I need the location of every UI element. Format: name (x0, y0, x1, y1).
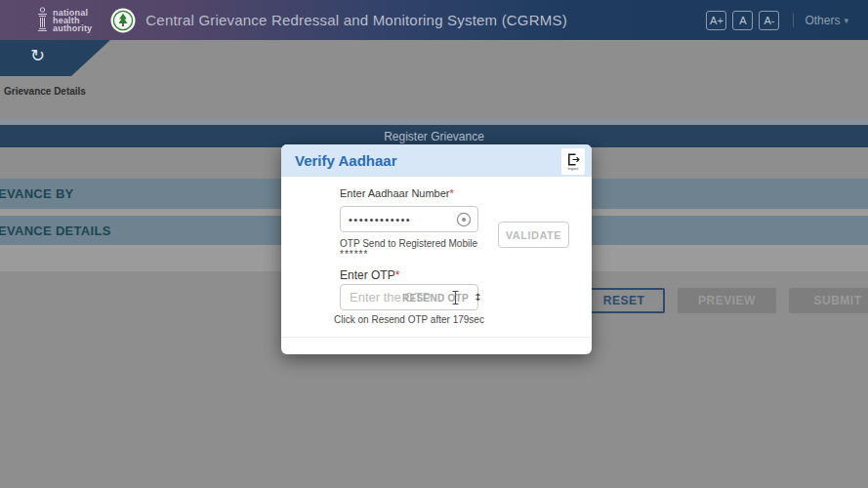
others-dropdown[interactable]: Others ▾ (805, 14, 848, 27)
reset-button[interactable]: RESET (583, 288, 665, 313)
cgrms-emblem-icon (110, 8, 136, 33)
modal-header: Verify Aadhaar logout (281, 144, 592, 177)
font-decrease-button[interactable]: A- (759, 11, 779, 30)
breadcrumb: Grievance Details (4, 86, 86, 97)
refresh-tab[interactable]: ↻ (0, 40, 110, 76)
section-label: GRIEVANCE DETAILS (0, 224, 111, 238)
otp-label: Enter OTP* (340, 268, 399, 282)
logout-icon (567, 153, 580, 166)
nha-logo: national health authority (36, 7, 92, 33)
otp-input[interactable]: Enter the OTP ↕ RESEND OTP (340, 284, 478, 310)
scroll-cursor-icon: ↕ (474, 292, 481, 303)
resend-timer-text: Click on Resend OTP after 179sec (334, 314, 484, 325)
required-asterisk: * (395, 268, 400, 282)
resend-otp-button[interactable]: RESEND OTP (402, 293, 469, 304)
app-title: Central Grievance Redressal and Monitori… (145, 12, 567, 28)
header-divider (793, 13, 794, 27)
validate-button[interactable]: VALIDATE (498, 222, 569, 248)
modal-title: Verify Aadhaar (295, 152, 397, 169)
register-grievance-title: Register Grievance (384, 130, 484, 143)
others-label: Others (805, 14, 840, 27)
preview-button[interactable]: PREVIEW (678, 288, 776, 313)
app-header: national health authority Central Grieva… (0, 0, 868, 40)
aadhaar-input[interactable]: •••••••••••• (340, 206, 478, 232)
nha-logo-text: national health authority (53, 9, 92, 32)
masked-mobile: ****** (340, 249, 368, 260)
submit-button[interactable]: SUBMIT (789, 288, 868, 313)
modal-footer-divider (281, 337, 592, 338)
verify-aadhaar-modal: Verify Aadhaar logout Enter Aadhaar Numb… (281, 144, 592, 354)
section-label: GRIEVANCE BY (0, 186, 74, 201)
ashoka-emblem-icon (36, 7, 49, 33)
required-asterisk: * (450, 187, 454, 199)
refresh-icon: ↻ (30, 45, 45, 65)
eye-toggle-icon[interactable] (456, 212, 472, 227)
otp-sent-hint: OTP Send to Registered Mobile (340, 238, 477, 249)
aadhaar-masked-value: •••••••••••• (349, 214, 411, 225)
aadhaar-label: Enter Aadhaar Number* (340, 187, 454, 199)
chevron-down-icon: ▾ (844, 16, 848, 25)
header-controls: A+ A A- Others ▾ (700, 0, 848, 40)
logout-label: logout (568, 167, 579, 171)
font-normal-button[interactable]: A (732, 11, 753, 30)
font-increase-button[interactable]: A+ (706, 11, 726, 30)
logout-button[interactable]: logout (561, 148, 585, 175)
